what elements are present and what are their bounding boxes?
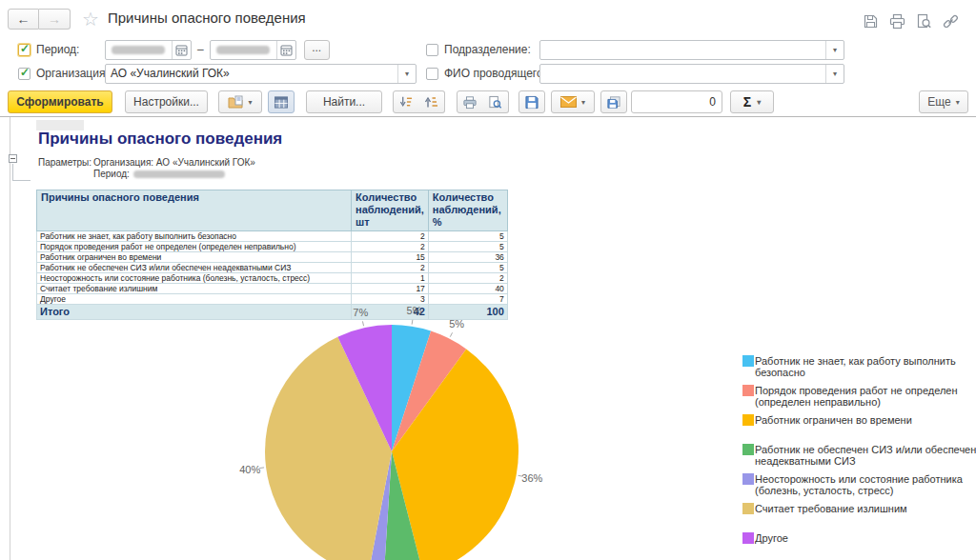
row-value-cell: 2	[428, 272, 507, 283]
group-bracket	[12, 164, 13, 180]
table-row[interactable]: Неосторожность или состояние работника (…	[37, 272, 508, 283]
legend-item: Считает требование излишним	[742, 503, 976, 532]
chevron-down-icon[interactable]: ▾	[825, 41, 844, 59]
sum-button[interactable]: Σ ▾	[730, 90, 774, 113]
row-label-cell: Работник ограничен во времени	[37, 251, 352, 262]
save-as-button[interactable]	[600, 90, 627, 113]
legend-label: Порядок проведения работ не определен (о…	[755, 385, 976, 408]
organization-value: АО «Учалинский ГОК»	[106, 67, 230, 80]
pie-chart: 5%5%36%5%2%40%7%	[239, 299, 544, 560]
period-checkbox[interactable]	[18, 44, 30, 56]
parameters-label: Параметры:	[38, 157, 93, 180]
settings-button[interactable]: Настройки...	[125, 90, 208, 113]
conductor-combo[interactable]: ▾	[539, 64, 844, 84]
chart-legend: Работник не знает, как работу выполнить …	[742, 355, 976, 560]
period-from-field[interactable]	[105, 40, 192, 60]
favorite-star-icon[interactable]: ☆	[82, 8, 99, 30]
row-value-cell: 17	[352, 283, 429, 293]
save-as-icon	[607, 95, 620, 110]
expand-groups-button[interactable]	[418, 90, 445, 113]
row-value-cell: 5	[428, 230, 507, 241]
pie-percent-label: 7%	[353, 307, 368, 318]
row-value-cell: 5	[428, 241, 507, 251]
chevron-down-icon[interactable]: ▾	[397, 65, 416, 83]
table-row[interactable]: Считает требование излишним1740	[37, 283, 508, 293]
conductor-label: ФИО проводящего:	[444, 67, 539, 80]
filter-organization: Организация: АО «Учалинский ГОК» ▾	[18, 63, 417, 84]
department-checkbox[interactable]	[426, 44, 438, 56]
app-window: { "window": { "title": "Причины опасного…	[0, 0, 976, 560]
period-more-button[interactable]: ...	[304, 40, 330, 60]
table-row[interactable]: Порядок проведения работ не определен (о…	[37, 241, 508, 251]
legend-label: Неосторожность или состояние работника (…	[755, 473, 976, 496]
pie-percent-label: 5%	[407, 305, 422, 316]
legend-item: Работник не обеспечен СИЗ и/или обеспече…	[742, 444, 976, 473]
report-parameters: Параметры: Организация: АО «Учалинский Г…	[38, 157, 255, 180]
legend-item: Работник ограничен во времени	[742, 414, 976, 444]
chevron-down-icon[interactable]: ▾	[825, 65, 844, 83]
department-combo[interactable]: ▾	[539, 40, 844, 60]
find-button[interactable]: Найти...	[306, 90, 382, 113]
legend-item: Порядок проведения работ не определен (о…	[742, 385, 976, 414]
preview-icon[interactable]	[916, 13, 932, 30]
legend-swatch-icon	[742, 473, 754, 485]
collapse-groups-button[interactable]	[393, 90, 419, 113]
report-variant-button[interactable]: ▾	[218, 90, 262, 113]
period-to-redacted-value	[216, 46, 270, 54]
organization-checkbox[interactable]	[18, 68, 30, 80]
legend-swatch-icon	[742, 355, 754, 367]
legend-item: Неосторожность или состояние работника (…	[742, 473, 976, 503]
row-value-cell: 2	[352, 241, 429, 251]
more-label: Еще	[927, 95, 950, 109]
counter-field[interactable]: 0	[631, 90, 722, 113]
conductor-checkbox[interactable]	[426, 68, 438, 80]
filter-department: Подразделение: ▾	[426, 39, 844, 60]
legend-item: Другое	[742, 532, 976, 560]
more-button[interactable]: Еще ▾	[919, 90, 968, 113]
period-to-field[interactable]	[210, 40, 296, 60]
legend-label: Работник не обеспечен СИЗ и/или обеспече…	[755, 444, 976, 467]
table-row[interactable]: Работник ограничен во времени1536	[37, 251, 508, 262]
legend-swatch-icon	[742, 444, 754, 455]
chevron-down-icon: ▾	[581, 98, 585, 107]
row-label-cell: Считает требование излишним	[37, 283, 352, 293]
table-row[interactable]: Работник не знает, как работу выполнить …	[37, 230, 508, 241]
send-mail-button[interactable]: ▾	[551, 90, 595, 113]
report-table-body: Работник не знает, как работу выполнить …	[37, 230, 508, 304]
row-value-cell: 1	[352, 272, 429, 283]
report-variant-icon	[228, 95, 243, 110]
legend-label: Работник ограничен во времени	[755, 414, 976, 426]
print-icon	[463, 95, 477, 110]
print-preview-button[interactable]	[482, 90, 509, 113]
page-title: Причины опасного поведения	[108, 10, 306, 26]
row-label-cell: Работник не знает, как работу выполнить …	[37, 230, 352, 241]
row-value-cell: 2	[352, 230, 429, 241]
table-row[interactable]: Работник не обеспечен СИЗ и/или обеспече…	[37, 262, 508, 272]
toolbar-separator	[0, 116, 976, 117]
row-value-cell: 36	[428, 251, 507, 262]
chevron-down-icon: ▾	[248, 98, 252, 107]
legend-label: Считает требование излишним	[755, 503, 976, 514]
calendar-icon[interactable]	[276, 41, 295, 59]
period-redacted-value	[133, 170, 225, 178]
group-collapse-toggle[interactable]	[9, 154, 17, 163]
print-icon[interactable]	[889, 13, 905, 30]
calendar-icon[interactable]	[172, 41, 191, 59]
chevron-down-icon: ▾	[757, 98, 761, 107]
organization-combo[interactable]: АО «Учалинский ГОК» ▾	[105, 64, 417, 84]
column-header-percent: Количество наблюдений, %	[428, 190, 507, 231]
period-from-redacted-value	[112, 46, 165, 54]
print-button[interactable]	[457, 90, 483, 113]
save-icon[interactable]	[863, 13, 879, 30]
filter-period: Период: – ...	[18, 39, 330, 60]
forward-button[interactable]: →	[39, 9, 71, 30]
save-result-button[interactable]	[518, 90, 545, 113]
pie-percent-label: 40%	[239, 464, 260, 475]
generate-button[interactable]: Сформировать	[8, 90, 112, 113]
parameter-organization: Организация: АО «Учалинский ГОК»	[93, 157, 255, 169]
link-icon[interactable]	[943, 13, 959, 30]
back-button[interactable]: ←	[8, 9, 39, 30]
pie-label-tick	[412, 320, 413, 325]
table-grid-button[interactable]	[268, 90, 295, 113]
legend-label: Работник не знает, как работу выполнить …	[755, 355, 976, 378]
